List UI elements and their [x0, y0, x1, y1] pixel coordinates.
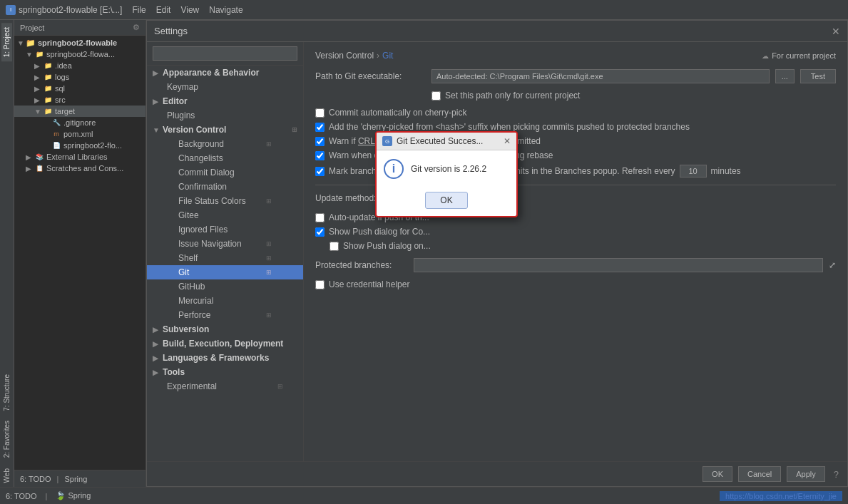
nav-confirmation[interactable]: Confirmation: [147, 180, 303, 194]
nav-git[interactable]: Git ⊞: [147, 265, 303, 279]
apply-button[interactable]: Apply: [787, 466, 825, 482]
nav-build[interactable]: ▶ Build, Execution, Deployment: [147, 336, 303, 351]
menu-file[interactable]: File: [128, 4, 150, 16]
git-dialog-close-button[interactable]: ✕: [504, 136, 511, 146]
auto-update-checkbox[interactable]: [315, 213, 325, 222]
show-push-checkbox[interactable]: [315, 227, 325, 237]
tree-item-project[interactable]: ▼ 📁 springboot2-flowable: [14, 37, 145, 48]
menu-navigate[interactable]: Navigate: [205, 4, 247, 16]
tree-item-pom[interactable]: m pom.xml: [14, 128, 145, 140]
tab-favorites[interactable]: 2: Favorites: [1, 416, 12, 462]
nav-mercurial-label: Mercurial: [178, 296, 213, 306]
nav-keymap[interactable]: Keymap: [147, 80, 303, 94]
nav-github-label: GitHub: [178, 282, 205, 292]
git-success-dialog: G Git Executed Succes... ✕ i Git version…: [375, 131, 518, 217]
tree-item-gitignore[interactable]: 🔧 .gitignore: [14, 117, 145, 128]
git-dialog-ok-button[interactable]: OK: [425, 192, 467, 209]
tree-label-src: src: [55, 96, 66, 104]
tree-item-src[interactable]: ▶ 📁 src: [14, 94, 145, 106]
settings-title-bar: Settings ✕: [147, 21, 847, 42]
show-push-sub-checkbox[interactable]: [330, 242, 339, 251]
credential-label: Use credential helper: [329, 279, 409, 289]
left-tab-bar: 1: Project 7: Structure 2: Favorites Web: [0, 20, 14, 487]
tree-label-logs: logs: [55, 73, 69, 81]
tab-web[interactable]: Web: [1, 464, 12, 487]
tree-label-idea: .idea: [55, 61, 72, 70]
spring-status[interactable]: 🍃 Spring: [56, 491, 91, 500]
detached-checkbox[interactable]: [315, 151, 325, 160]
settings-area: Settings ✕ ▶ Appearance & Behavior: [146, 20, 848, 487]
nav-background[interactable]: Background ⊞: [147, 137, 303, 151]
project-panel-gear[interactable]: ⚙: [133, 23, 140, 32]
tree-item-logs[interactable]: ▶ 📁 logs: [14, 71, 145, 83]
auto-commit-checkbox[interactable]: [315, 108, 325, 118]
branches-checkbox[interactable]: [315, 167, 325, 176]
todo-label[interactable]: 6: TODO: [20, 475, 51, 483]
nav-mercurial[interactable]: Mercurial: [147, 294, 303, 308]
nav-subversion-label: Subversion: [163, 324, 209, 334]
settings-close-button[interactable]: ✕: [832, 26, 840, 37]
for-current-project-btn[interactable]: ☁ For current project: [762, 51, 836, 60]
nav-version-control[interactable]: ▼ Version Control ⊞: [147, 123, 303, 137]
tab-structure[interactable]: 7: Structure: [1, 370, 12, 416]
git-dialog-footer: OK: [377, 187, 516, 216]
protected-branches-input[interactable]: [414, 258, 823, 272]
nav-perforce[interactable]: Perforce ⊞: [147, 308, 303, 322]
browse-button[interactable]: ...: [775, 69, 795, 83]
path-input[interactable]: [431, 69, 770, 83]
protected-branches-expand-icon[interactable]: ⤢: [829, 260, 836, 270]
show-push-sub-row: Show Push dialog on...: [330, 241, 836, 251]
settings-nav-panel: ▶ Appearance & Behavior Keymap ▶ Editor: [147, 42, 304, 461]
checkbox-row-1: Commit automatically on cherry-pick: [315, 108, 836, 118]
nav-perforce-ext: ⊞: [266, 312, 272, 319]
crlf-checkbox[interactable]: [315, 137, 325, 146]
tree-label-target: target: [55, 107, 75, 115]
nav-ignored-files[interactable]: Ignored Files: [147, 222, 303, 237]
settings-window: Settings ✕ ▶ Appearance & Behavior: [146, 20, 848, 487]
ok-button[interactable]: OK: [703, 466, 732, 482]
cancel-button[interactable]: Cancel: [738, 466, 781, 482]
tree-label-springboot2: springboot2-flowable: [38, 38, 117, 47]
nav-file-status[interactable]: File Status Colors ⊞: [147, 194, 303, 208]
nav-changelists[interactable]: Changelists: [147, 151, 303, 165]
nav-plugins[interactable]: Plugins: [147, 108, 303, 123]
tree-item-idea[interactable]: ▶ 📁 .idea: [14, 60, 145, 71]
breadcrumb-git: Git: [382, 51, 393, 61]
nav-experimental[interactable]: Experimental ⊞: [147, 379, 303, 394]
nav-tools[interactable]: ▶ Tools: [147, 365, 303, 379]
blog-link[interactable]: https://blog.csdn.net/Eternity_jie: [720, 491, 842, 501]
test-button[interactable]: Test: [800, 69, 836, 83]
nav-languages[interactable]: ▶ Languages & Frameworks: [147, 351, 303, 365]
tree-item-springboot[interactable]: ▼ 📁 springboot2-flowa...: [14, 48, 145, 60]
nav-appearance[interactable]: ▶ Appearance & Behavior: [147, 66, 303, 80]
nav-experimental-label: Experimental: [167, 381, 217, 391]
cherry-pick-checkbox[interactable]: [315, 123, 325, 132]
tree-item-springboot-file[interactable]: 📄 springboot2-flo...: [14, 140, 145, 151]
tree-item-sql[interactable]: ▶ 📁 sql: [14, 83, 145, 94]
auto-commit-label: Commit automatically on cherry-pick: [329, 108, 466, 118]
nav-subversion[interactable]: ▶ Subversion: [147, 322, 303, 336]
nav-shelf[interactable]: Shelf ⊞: [147, 251, 303, 265]
nav-gitee[interactable]: Gitee: [147, 208, 303, 222]
nav-plugins-label: Plugins: [167, 110, 195, 120]
tree-item-target[interactable]: ▼ 📁 target: [14, 106, 145, 117]
nav-editor[interactable]: ▶ Editor: [147, 94, 303, 108]
todo-status[interactable]: 6: TODO: [6, 492, 37, 500]
settings-search-input[interactable]: [153, 46, 297, 61]
tree-item-ext-libs[interactable]: ▶ 📚 External Libraries: [14, 151, 145, 163]
git-dialog-icon: G: [382, 136, 392, 146]
tree-label-gitignore: .gitignore: [63, 118, 96, 127]
credential-checkbox[interactable]: [315, 280, 325, 289]
nav-commit-dialog[interactable]: Commit Dialog: [147, 165, 303, 180]
show-push-label: Show Push dialog for Co...: [329, 227, 430, 237]
minutes-input[interactable]: [680, 165, 707, 178]
help-icon[interactable]: ?: [834, 469, 839, 480]
tab-project[interactable]: 1: Project: [1, 23, 12, 61]
set-path-checkbox[interactable]: [431, 91, 441, 101]
nav-issue-nav[interactable]: Issue Navigation ⊞: [147, 237, 303, 251]
tree-item-scratches[interactable]: ▶ 📋 Scratches and Cons...: [14, 163, 145, 174]
menu-view[interactable]: View: [176, 4, 203, 16]
nav-github[interactable]: GitHub: [147, 279, 303, 294]
spring-label[interactable]: Spring: [64, 475, 87, 483]
menu-edit[interactable]: Edit: [152, 4, 175, 16]
